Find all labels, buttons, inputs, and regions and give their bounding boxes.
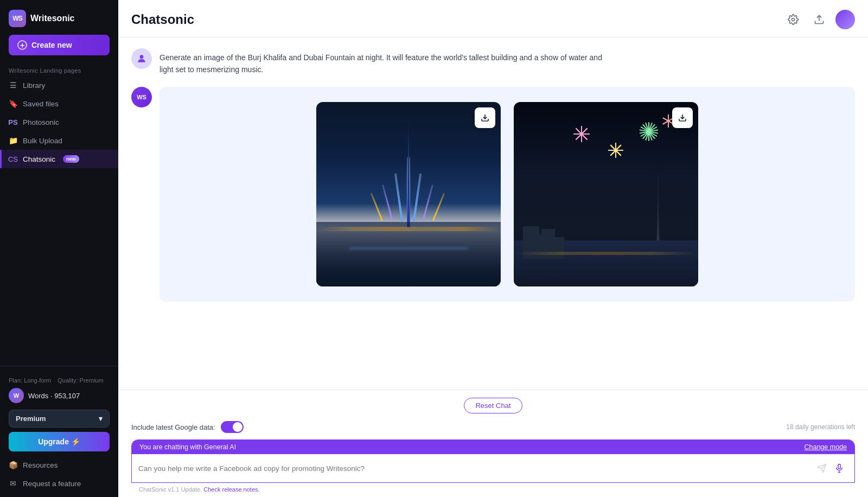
microphone-button[interactable] bbox=[831, 460, 848, 477]
sidebar-item-label: Saved files bbox=[23, 100, 59, 108]
image-card-2 bbox=[514, 102, 698, 286]
sidebar-item-saved-files[interactable]: 🔖 Saved files bbox=[0, 94, 118, 113]
sidebar-nav: ☰ Library 🔖 Saved files PS Photosonic 📁 … bbox=[0, 76, 118, 168]
premium-dropdown[interactable]: Premium ▾ bbox=[9, 410, 110, 428]
brand-logo-icon: WS bbox=[9, 10, 26, 27]
toggle-track bbox=[221, 421, 244, 433]
chat-input-banner: You are chatting with General AI Change … bbox=[132, 440, 854, 454]
resources-icon: 📦 bbox=[9, 461, 17, 469]
request-feature-icon: ✉ bbox=[9, 479, 17, 488]
sidebar: WS Writesonic ＋ Create new Writesonic La… bbox=[0, 0, 118, 497]
quality-label: Quality: Premium bbox=[58, 377, 103, 384]
sidebar-item-photosonic[interactable]: PS Photosonic bbox=[0, 113, 118, 131]
check-release-link[interactable]: Check release notes. bbox=[203, 486, 259, 493]
sidebar-item-resources[interactable]: 📦 Resources bbox=[0, 456, 118, 474]
sidebar-item-label: Photosonic bbox=[23, 118, 59, 126]
ai-response-content bbox=[159, 87, 855, 302]
user-message-text: Generate an image of the Burj Khalifa an… bbox=[159, 48, 604, 76]
sidebar-item-label: Library bbox=[23, 81, 45, 90]
change-mode-link[interactable]: Change mode bbox=[804, 443, 847, 451]
download-button-2[interactable] bbox=[672, 107, 693, 128]
sidebar-item-bulk-upload[interactable]: 📁 Bulk Upload bbox=[0, 131, 118, 150]
create-new-label: Create new bbox=[31, 41, 72, 49]
download-icon bbox=[481, 113, 489, 122]
ai-message-row: WS bbox=[131, 87, 855, 302]
svg-point-0 bbox=[792, 18, 795, 21]
chat-area: Generate an image of the Burj Khalifa an… bbox=[118, 37, 868, 390]
user-avatar-button[interactable] bbox=[835, 10, 855, 29]
chevron-down-icon: ▾ bbox=[99, 415, 103, 423]
chat-input-wrapper: You are chatting with General AI Change … bbox=[131, 439, 855, 483]
chat-footer-note: ChatSonic v1.1 Update. Check release not… bbox=[131, 483, 855, 497]
google-toggle-row: Include latest Google data: 18 daily gen… bbox=[131, 419, 855, 437]
plus-circle-icon: ＋ bbox=[17, 40, 27, 50]
page-title: Chatsonic bbox=[131, 12, 194, 27]
header-actions bbox=[783, 10, 855, 29]
sidebar-item-label: Bulk Upload bbox=[23, 137, 62, 145]
reset-chat-button[interactable]: Reset Chat bbox=[464, 398, 522, 413]
download-button-1[interactable] bbox=[475, 107, 495, 128]
chat-input-row bbox=[132, 454, 854, 482]
words-icon: W bbox=[9, 388, 24, 403]
sidebar-item-chatsonic[interactable]: CS Chatsonic new bbox=[0, 150, 118, 168]
new-badge: new bbox=[63, 155, 79, 163]
reset-row: Reset Chat bbox=[131, 396, 855, 419]
chat-mode-text: You are chatting with General AI bbox=[139, 443, 236, 451]
generations-left: 18 daily generations left bbox=[786, 423, 855, 431]
export-button[interactable] bbox=[809, 10, 829, 29]
main-header: Chatsonic bbox=[118, 0, 868, 37]
sidebar-item-request-feature[interactable]: ✉ Request a feature bbox=[0, 474, 118, 493]
sidebar-item-label: Request a feature bbox=[23, 480, 81, 488]
words-row: W Words · 953,107 bbox=[0, 386, 118, 407]
download-icon bbox=[678, 113, 687, 122]
chat-input-field[interactable] bbox=[138, 464, 813, 473]
google-toggle-label: Include latest Google data: bbox=[131, 423, 215, 431]
words-count: Words · 953,107 bbox=[28, 392, 80, 400]
google-toggle-switch[interactable] bbox=[221, 421, 244, 433]
library-icon: ☰ bbox=[9, 81, 17, 90]
gear-icon bbox=[788, 14, 799, 25]
brand-name: Writesonic bbox=[30, 14, 75, 23]
chatsonic-icon: CS bbox=[9, 155, 17, 163]
plan-info: Plan: Long-form Quality: Premium bbox=[0, 373, 118, 386]
bottom-bar: Reset Chat Include latest Google data: 1… bbox=[118, 390, 868, 497]
user-avatar bbox=[131, 48, 152, 69]
sidebar-item-label: Chatsonic bbox=[23, 155, 55, 163]
toggle-group: Include latest Google data: bbox=[131, 421, 244, 433]
sidebar-item-library[interactable]: ☰ Library bbox=[0, 76, 118, 94]
bulk-upload-icon: 📁 bbox=[9, 136, 17, 145]
toggle-thumb bbox=[233, 422, 242, 432]
main-content: Chatsonic Generate an image of the Burj … bbox=[118, 0, 868, 497]
sidebar-item-label: Resources bbox=[23, 461, 58, 469]
upgrade-button[interactable]: Upgrade ⚡ bbox=[9, 432, 110, 451]
svg-rect-7 bbox=[838, 464, 841, 469]
upload-icon bbox=[814, 14, 825, 25]
send-icon bbox=[817, 463, 827, 473]
person-icon bbox=[136, 53, 147, 64]
plan-label: Plan: Long-form bbox=[9, 377, 51, 384]
settings-button[interactable] bbox=[783, 10, 803, 29]
send-button[interactable] bbox=[813, 460, 831, 477]
sidebar-bottom: Plan: Long-form Quality: Premium W Words… bbox=[0, 366, 118, 497]
microphone-icon bbox=[834, 463, 844, 473]
premium-label: Premium bbox=[16, 415, 46, 423]
svg-point-2 bbox=[140, 55, 144, 59]
create-new-button[interactable]: ＋ Create new bbox=[9, 35, 110, 55]
upgrade-label: Upgrade ⚡ bbox=[38, 437, 80, 446]
image-response-area bbox=[159, 87, 855, 302]
user-message-row: Generate an image of the Burj Khalifa an… bbox=[131, 48, 855, 76]
image-card-1 bbox=[316, 102, 501, 286]
saved-files-icon: 🔖 bbox=[9, 99, 17, 108]
ws-avatar: WS bbox=[131, 87, 152, 107]
sidebar-section-label: Writesonic Landing pages bbox=[0, 64, 118, 76]
photosonic-icon: PS bbox=[9, 118, 17, 126]
footer-note-text: ChatSonic v1.1 Update. bbox=[139, 486, 202, 493]
sidebar-logo: WS Writesonic bbox=[0, 0, 118, 35]
